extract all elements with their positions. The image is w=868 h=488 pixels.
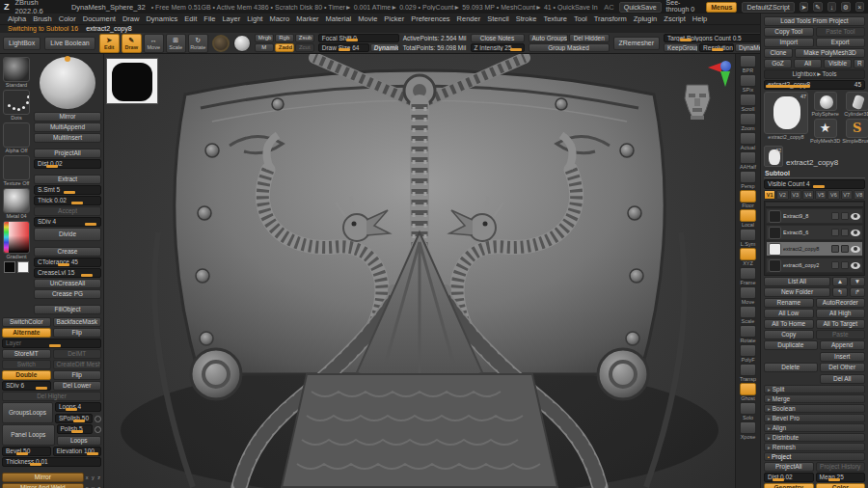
multi-insert-button[interactable]: MultiInsert <box>34 133 101 143</box>
menu-item[interactable]: Render <box>457 14 481 23</box>
menu-item[interactable]: Color <box>59 14 76 23</box>
mirror-and-weld-button[interactable]: Mirror And Weld <box>2 483 84 488</box>
visibility-eye-icon[interactable] <box>851 230 860 236</box>
visibility-eye-icon[interactable] <box>851 262 860 269</box>
mode-button[interactable]: ➤ Edit <box>99 34 120 53</box>
polish5-slider[interactable]: Polish 5 <box>57 424 94 434</box>
subtool-subsection-header[interactable]: ▸Split <box>764 385 865 393</box>
polish5-mode-icon[interactable] <box>95 426 101 433</box>
del-higher-button[interactable]: Del Higher <box>2 392 101 401</box>
z-intensity-slider[interactable]: Z Intensity 25 <box>471 43 525 52</box>
right-shelf-button[interactable]: Local <box>738 209 759 228</box>
subtool-row[interactable]: extract2_copy8 <box>766 241 863 257</box>
visibility-eye-icon[interactable] <box>851 246 860 253</box>
visibility-tab[interactable]: V5 <box>815 190 827 200</box>
mode-button[interactable]: ↔ Move <box>144 34 164 53</box>
goz-visible-button[interactable]: Visible <box>824 59 852 68</box>
subtool-subsection-header[interactable]: ▸Align <box>764 423 865 432</box>
uv-toggle-icon[interactable] <box>841 261 849 269</box>
uv-toggle-icon[interactable] <box>841 229 849 236</box>
recent-tool-thumbnail[interactable]: 42 extract2_copy8 <box>764 146 865 167</box>
sdiv-slider[interactable]: SDiv 4 <box>34 217 101 227</box>
menu-item[interactable]: Help <box>692 14 707 23</box>
subtool-subsection-header[interactable]: ▸Remesh <box>764 443 865 451</box>
layer-slider[interactable]: Layer <box>2 339 101 348</box>
crease-lvl-slider[interactable]: CreaseLvl 15 <box>34 268 101 278</box>
duplicate-button[interactable]: Duplicate <box>764 340 818 350</box>
active-tool-thumbnail[interactable]: 47 extract2_copy8 <box>764 92 808 144</box>
pointer-icon[interactable]: ➤ <box>800 2 808 12</box>
create-diff-mesh-button[interactable]: CreateDiff Mesh <box>53 360 102 369</box>
clone-button[interactable]: Clone <box>764 48 793 58</box>
make-polymesh3d-button[interactable]: Make PolyMesh3D <box>795 48 865 58</box>
right-shelf-button[interactable]: SPix <box>738 74 759 93</box>
append-button[interactable]: Append <box>820 340 866 350</box>
multi-append-button[interactable]: MultiAppend <box>34 122 101 132</box>
store-mt-button[interactable]: StoreMT <box>2 349 51 359</box>
extract-button[interactable]: Extract <box>34 175 101 184</box>
right-shelf-button[interactable]: Move <box>738 286 759 305</box>
active-tool-slider[interactable]: extract2_copy8 45 <box>764 80 865 90</box>
menu-item[interactable]: Edit <box>184 14 197 23</box>
switch-mt-button[interactable]: Switch <box>2 360 51 369</box>
tool-polysphere[interactable]: PolySphere <box>810 92 840 117</box>
mirror-button[interactable]: Mirror <box>34 112 101 122</box>
delete-button[interactable]: Delete <box>764 363 818 372</box>
subtool-subsection-header[interactable]: ▸Merge <box>764 394 865 403</box>
dynamic-button[interactable]: Dynamic <box>370 43 399 52</box>
visibility-tab[interactable]: V7 <box>841 190 853 200</box>
main-color-swatch[interactable] <box>4 261 15 273</box>
lightbox-button[interactable]: LightBox <box>3 37 41 50</box>
del-mt-button[interactable]: DelMT <box>53 349 102 359</box>
right-shelf-button[interactable]: AAHalf <box>738 151 759 170</box>
mrgb-button[interactable]: Mrgb <box>255 34 274 42</box>
zremesher-button[interactable]: ZRemesher <box>613 37 661 50</box>
switch-color-button[interactable]: SwitchColor <box>2 317 51 327</box>
right-shelf-button[interactable]: XYZ <box>738 248 759 266</box>
mode-button[interactable]: ↻ Rotate <box>188 34 208 53</box>
paste-tool-button[interactable]: Paste Tool <box>816 27 866 37</box>
menu-item[interactable]: Dynamics <box>146 14 177 23</box>
close-icon[interactable]: × <box>855 2 864 12</box>
brush-thumbnail[interactable] <box>3 57 30 82</box>
right-shelf-button[interactable]: BPR <box>738 55 759 73</box>
visibility-tab[interactable]: V4 <box>802 190 814 200</box>
right-shelf-button[interactable]: Scroll <box>738 94 759 112</box>
groups-loops-button[interactable]: GroupsLoops <box>2 402 53 423</box>
crease-button[interactable]: Crease <box>34 247 101 257</box>
alpha-thumbnail[interactable] <box>3 122 30 148</box>
right-shelf-button[interactable]: Rotate <box>738 325 759 343</box>
menu-item[interactable]: Tool <box>574 14 587 23</box>
subtool-subsection-header[interactable]: ▸Distribute <box>764 433 865 442</box>
menu-item[interactable]: Picker <box>384 14 404 23</box>
menus-button[interactable]: Menus <box>706 2 737 13</box>
group-masked-button[interactable]: Group Masked <box>529 43 610 52</box>
right-shelf-button[interactable]: Ghost <box>738 383 759 401</box>
menu-item[interactable]: Layer <box>222 14 240 23</box>
quicksave-button[interactable]: QuickSave <box>619 2 662 13</box>
crease-pg-button[interactable]: Crease PG <box>34 289 101 299</box>
fill-object-button[interactable]: FillObject <box>34 305 101 314</box>
loops-button[interactable]: Loops <box>57 436 102 446</box>
current-material-sphere[interactable] <box>40 57 95 109</box>
rgb-button[interactable]: Rgb <box>275 34 294 42</box>
alternate-button[interactable]: Alternate <box>2 328 51 338</box>
keep-groups-button[interactable]: KeepGroups <box>664 43 698 52</box>
menu-item[interactable]: Document <box>83 14 116 23</box>
tool-polymesh3d[interactable]: ★ PolyMesh3D <box>810 119 840 144</box>
resolution-slider[interactable]: Resolution 128 <box>699 43 734 52</box>
panel-loops-button[interactable]: Panel Loops <box>2 424 55 446</box>
default-zscript-button[interactable]: DefaultZScript <box>742 2 794 13</box>
copy-tool-button[interactable]: Copy Tool <box>764 27 814 37</box>
menu-item[interactable]: Alpha <box>8 14 26 23</box>
material-thumbnail[interactable] <box>3 188 30 213</box>
project-all-button[interactable]: ProjectAll <box>34 149 101 158</box>
download-icon[interactable]: ↓ <box>827 2 836 12</box>
right-shelf-button[interactable]: Transp <box>738 364 759 382</box>
project-section-header[interactable]: ▪Project <box>764 452 865 461</box>
all-to-home-button[interactable]: All To Home <box>764 319 814 329</box>
menu-item[interactable]: Marker <box>296 14 318 23</box>
project-all-button[interactable]: ProjectAll <box>764 462 814 472</box>
del-hidden-button[interactable]: Del Hidden <box>569 34 610 42</box>
list-all-button[interactable]: List All <box>764 277 830 286</box>
